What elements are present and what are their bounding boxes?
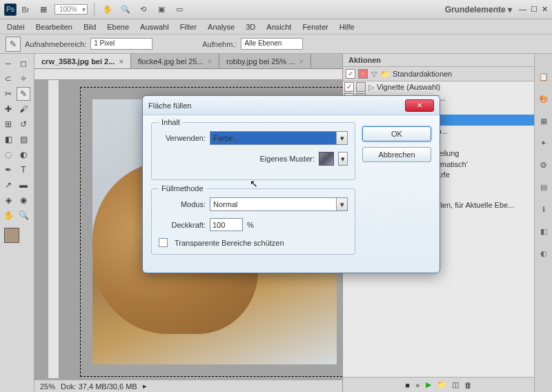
3d-cam-tool[interactable]: ◉ <box>17 193 30 207</box>
hand-icon[interactable]: ✋ <box>99 2 116 17</box>
menu-bild[interactable]: Bild <box>83 23 96 31</box>
record-icon[interactable]: ● <box>415 381 420 389</box>
lasso-tool[interactable]: ⊂ <box>1 72 15 86</box>
magic-wand-tool[interactable]: ✧ <box>17 72 30 86</box>
aufnehm-select[interactable]: Alle Ebenen <box>241 38 303 50</box>
history-panel-icon[interactable]: 📋 <box>538 70 550 83</box>
verwenden-label: Verwenden: <box>159 134 206 142</box>
actions-panel-title[interactable]: Aktionen <box>343 54 534 67</box>
layers-panel-icon[interactable]: ▤ <box>538 181 550 193</box>
disclosure-icon[interactable]: ▷ <box>368 83 375 92</box>
type-tool[interactable]: T <box>17 163 30 177</box>
menu-datei[interactable]: Datei <box>7 23 25 31</box>
workspace-switcher[interactable]: Grundelemente ▾ <box>445 5 512 14</box>
heal-tool[interactable]: ✚ <box>1 102 15 116</box>
adjustments-panel-icon[interactable]: ❂ <box>538 159 550 171</box>
eyedropper-tool[interactable]: ✎ <box>17 87 30 101</box>
gradient-tool[interactable]: ▤ <box>17 133 30 146</box>
transparent-checkbox[interactable] <box>159 238 168 247</box>
pattern-picker-button[interactable]: ▾ <box>338 152 348 166</box>
pen-tool[interactable]: ✒ <box>1 163 15 177</box>
channels-panel-icon[interactable]: ◧ <box>538 225 550 237</box>
aufnahmebereich-select[interactable]: 1 Pixel <box>90 38 152 50</box>
inhalt-group: Inhalt Verwenden: Farbe... ▾ Eigenes Mus… <box>151 122 355 180</box>
close-icon[interactable]: × <box>119 57 123 66</box>
menu-filter[interactable]: Filter <box>180 23 197 31</box>
fill-dialog: Fläche füllen ✕ Inhalt Verwenden: Farbe.… <box>142 95 440 273</box>
3d-tool[interactable]: ◈ <box>1 193 15 207</box>
menu-ebene[interactable]: Ebene <box>107 23 129 31</box>
disclosure-icon[interactable]: ▽ <box>371 70 377 79</box>
play-icon[interactable]: ▶ <box>426 380 431 389</box>
tab-crw3583[interactable]: crw_3583.jpg bei 2...× <box>34 54 131 68</box>
modus-dropdown[interactable]: Normal ▾ <box>210 197 348 211</box>
dodge-tool[interactable]: ◐ <box>17 148 30 161</box>
crop-tool[interactable]: ✂ <box>1 87 15 101</box>
new-set-icon[interactable]: 📁 <box>437 380 446 389</box>
menu-ansicht[interactable]: Ansicht <box>266 23 291 31</box>
path-tool[interactable]: ↗ <box>1 178 15 192</box>
close-icon[interactable]: ✕ <box>542 5 548 14</box>
toggle-check-icon[interactable]: ✓ <box>346 69 355 79</box>
deckkraft-input[interactable] <box>210 218 243 231</box>
menu-auswahl[interactable]: Auswahl <box>140 23 169 31</box>
actions-panel-footer: ■ ● ▶ 📁 ◫ 🗑 <box>343 377 534 392</box>
move-tool[interactable]: ↔ <box>1 57 15 70</box>
verwenden-dropdown[interactable]: Farbe... ▾ <box>210 131 348 145</box>
dialog-titlebar[interactable]: Fläche füllen ✕ <box>143 96 440 115</box>
dialog-close-button[interactable]: ✕ <box>405 99 434 112</box>
zoom-icon[interactable]: 🔍 <box>117 2 134 17</box>
tab-robby[interactable]: robby.jpg bei 25% ...× <box>219 54 311 68</box>
close-icon[interactable]: × <box>208 57 212 66</box>
bridge-icon[interactable]: Br <box>17 2 34 17</box>
menu-hilfe[interactable]: Hilfe <box>339 23 355 31</box>
collapsed-panel-strip: 📋 🎨 ▦ ✦ ❂ ▤ ℹ ◧ ◐ <box>534 54 552 392</box>
trash-icon[interactable]: 🗑 <box>464 381 472 389</box>
dialog-title: Fläche füllen <box>148 101 191 110</box>
toggle-check-icon[interactable]: ✓ <box>344 82 354 92</box>
swatches-panel-icon[interactable]: ▦ <box>538 115 550 127</box>
zoom-dropdown[interactable]: 100% <box>55 4 88 14</box>
marquee-tool[interactable]: ◻ <box>17 57 30 70</box>
info-panel-icon[interactable]: ℹ <box>538 203 550 215</box>
brush-tool[interactable]: 🖌 <box>17 102 30 116</box>
action-row[interactable]: ✓▷Vignette (Auswahl) <box>343 81 534 92</box>
menu-bearbeiten[interactable]: Bearbeiten <box>36 23 72 31</box>
menu-analyse[interactable]: Analyse <box>208 23 235 31</box>
tab-flocke4[interactable]: flocke4.jpg bei 25...× <box>131 54 219 68</box>
rotate-icon[interactable]: ⟲ <box>135 2 152 17</box>
toggle-dialog-icon[interactable] <box>356 82 366 92</box>
folder-icon: 📁 <box>380 70 390 79</box>
zoom-tool[interactable]: 🔍 <box>17 208 30 222</box>
styles-panel-icon[interactable]: ✦ <box>538 137 550 149</box>
history-brush-tool[interactable]: ↺ <box>17 117 30 131</box>
pattern-swatch[interactable] <box>319 152 334 166</box>
minimize-icon[interactable]: — <box>519 5 526 14</box>
new-action-icon[interactable]: ◫ <box>452 380 459 389</box>
ok-button[interactable]: OK <box>362 126 431 141</box>
screen-mode-icon[interactable]: ▭ <box>171 2 188 17</box>
hand-tool[interactable]: ✋ <box>1 208 15 222</box>
action-set-name[interactable]: Standardaktionen <box>393 70 452 78</box>
eraser-tool[interactable]: ◧ <box>1 133 15 146</box>
shape-tool[interactable]: ▬ <box>17 178 30 192</box>
toggle-dialog-icon[interactable]: ▫ <box>358 69 368 79</box>
minibridge-icon[interactable]: ▦ <box>35 2 52 17</box>
arrange-icon[interactable]: ▣ <box>153 2 170 17</box>
foreground-color-swatch[interactable] <box>4 228 19 243</box>
stamp-tool[interactable]: ⊞ <box>1 117 15 131</box>
paths-panel-icon[interactable]: ◐ <box>538 247 550 259</box>
color-panel-icon[interactable]: 🎨 <box>538 92 550 105</box>
blur-tool[interactable]: ◌ <box>1 148 15 161</box>
zoom-level[interactable]: 25% <box>40 382 55 391</box>
menu-fenster[interactable]: Fenster <box>302 23 328 31</box>
chevron-down-icon[interactable]: ▾ <box>336 132 347 144</box>
cancel-button[interactable]: Abbrechen <box>362 147 431 162</box>
maximize-icon[interactable]: ☐ <box>531 5 538 14</box>
menu-3d[interactable]: 3D <box>246 23 255 31</box>
close-icon[interactable]: × <box>299 57 304 66</box>
stop-icon[interactable]: ■ <box>405 381 410 389</box>
chevron-down-icon[interactable]: ▾ <box>336 198 347 210</box>
eyedropper-tool-icon[interactable]: ✎ <box>6 37 21 52</box>
status-arrow-icon[interactable]: ▸ <box>143 382 147 391</box>
